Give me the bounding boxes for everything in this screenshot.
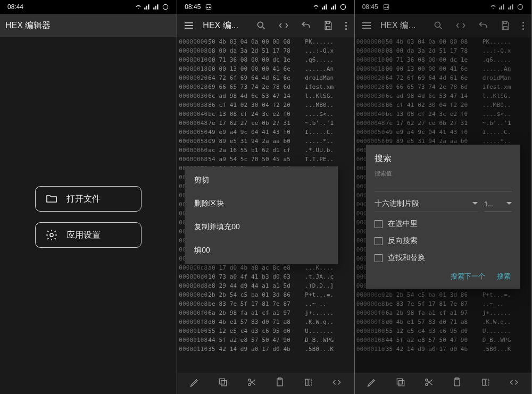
svg-rect-15 <box>398 381 404 386</box>
wifi-icon <box>312 3 320 11</box>
copy-button[interactable] <box>214 374 231 393</box>
svg-point-18 <box>426 379 428 381</box>
signal-icon-2 <box>153 3 160 11</box>
check-reverse[interactable]: 反向搜索 <box>366 232 520 249</box>
undo-button[interactable] <box>298 18 313 33</box>
pane-editor-ctx: 08:45 HEX 编... 0000000050 4b 03 04 0a 00… <box>177 0 354 394</box>
search-go-button[interactable]: 搜索 <box>497 272 511 281</box>
pencil-icon <box>367 377 377 388</box>
scissors-icon <box>246 377 257 388</box>
code-icon <box>509 377 519 388</box>
checkbox-icon <box>375 254 383 262</box>
arrows-icon <box>278 20 289 31</box>
edit-button[interactable] <box>363 374 380 393</box>
svg-rect-16 <box>397 379 402 384</box>
clipboard-icon <box>275 377 285 388</box>
more-button[interactable] <box>343 20 349 32</box>
svg-point-8 <box>248 379 251 381</box>
ctx-delete-block[interactable]: 删除区块 <box>185 192 338 215</box>
chevron-down-icon <box>472 202 478 207</box>
clipboard-icon <box>452 377 462 388</box>
select-icon <box>480 377 491 388</box>
edit-button[interactable] <box>186 374 203 393</box>
search-next-button[interactable]: 搜索下一个 <box>451 272 485 281</box>
chevron-down-icon <box>506 202 512 207</box>
svg-rect-21 <box>483 379 485 385</box>
svg-rect-6 <box>220 379 225 384</box>
bottom-toolbar <box>177 373 354 394</box>
undo-icon <box>301 20 311 31</box>
pane-editor-search: 08:45 HEX 编... 0000000050 4b 03 04 0a 00… <box>355 0 532 394</box>
gear-icon <box>45 229 58 241</box>
app-bar: HEX 编辑器 <box>0 14 177 37</box>
signal-icon-2 <box>330 3 338 11</box>
image-icon <box>205 3 212 11</box>
paste-button[interactable] <box>448 374 466 393</box>
svg-point-3 <box>340 4 345 9</box>
paste-button[interactable] <box>271 374 288 393</box>
svg-rect-5 <box>221 381 227 386</box>
select-button[interactable] <box>300 374 317 393</box>
status-time: 08:44 <box>7 3 23 11</box>
bottom-toolbar <box>355 373 531 394</box>
ctx-copy-fill-00[interactable]: 复制并填充00 <box>185 215 338 239</box>
copy-button[interactable] <box>392 374 409 393</box>
select-icon <box>303 377 314 388</box>
open-file-label: 打开文件 <box>66 194 101 205</box>
scissors-icon <box>423 377 434 388</box>
search-button[interactable] <box>254 18 269 33</box>
search-size-select[interactable]: 1... <box>484 197 512 212</box>
pencil-icon <box>189 377 200 388</box>
search-icon <box>256 20 267 31</box>
menu-button[interactable] <box>182 20 195 31</box>
status-bar: 08:45 <box>177 0 354 14</box>
circle-icon <box>339 3 347 11</box>
context-menu: 剪切 删除区块 复制并填充00 填00 <box>185 166 338 264</box>
svg-rect-2 <box>206 4 211 9</box>
code-button[interactable] <box>505 374 522 393</box>
ctx-fill-00[interactable]: 填00 <box>185 239 338 262</box>
check-in-selection[interactable]: 在选中里 <box>366 215 520 232</box>
code-icon <box>331 377 342 388</box>
wifi-icon <box>135 3 142 11</box>
svg-point-4 <box>257 22 263 27</box>
check-replace[interactable]: 查找和替换 <box>366 249 520 266</box>
search-type-value: 十六进制片段 <box>375 199 419 208</box>
search-value-input[interactable] <box>375 179 512 191</box>
settings-button[interactable]: 应用设置 <box>35 222 142 248</box>
app-title: HEX 编... <box>203 20 246 31</box>
signal-icon <box>144 3 151 11</box>
copy-icon <box>395 377 406 388</box>
settings-label: 应用设置 <box>66 230 101 241</box>
svg-point-1 <box>50 233 53 237</box>
app-bar: HEX 编... <box>177 14 354 37</box>
cut-button[interactable] <box>243 374 260 393</box>
search-dialog: 搜索 搜索值 十六进制片段 1... 在选中里 反向搜索 查找和替换 搜索下一个… <box>366 145 520 289</box>
circle-icon <box>162 3 169 11</box>
signal-icon <box>321 3 329 11</box>
svg-point-17 <box>426 383 428 385</box>
checkbox-icon <box>375 220 383 228</box>
svg-point-7 <box>248 383 251 385</box>
pane-home: 08:44 HEX 编辑器 打开文件 应用设置 <box>0 0 177 394</box>
folder-icon <box>45 192 58 205</box>
search-size-value: 1... <box>484 200 494 208</box>
code-button[interactable] <box>328 374 345 393</box>
goto-button[interactable] <box>276 18 291 33</box>
ctx-cut[interactable]: 剪切 <box>185 169 338 192</box>
save-icon <box>323 20 334 31</box>
select-button[interactable] <box>477 374 494 393</box>
checkbox-icon <box>375 237 383 245</box>
svg-point-0 <box>163 4 168 9</box>
cut-button[interactable] <box>420 374 437 393</box>
svg-rect-11 <box>305 379 308 385</box>
search-type-select[interactable]: 十六进制片段 <box>375 196 478 212</box>
copy-icon <box>218 377 228 388</box>
dialog-title: 搜索 <box>366 153 520 170</box>
app-title: HEX 编辑器 <box>5 20 171 31</box>
status-bar: 08:44 <box>0 0 177 14</box>
open-file-button[interactable]: 打开文件 <box>35 186 142 212</box>
save-button[interactable] <box>321 18 336 33</box>
status-time: 08:45 <box>185 3 201 11</box>
search-value-label: 搜索值 <box>366 170 520 178</box>
